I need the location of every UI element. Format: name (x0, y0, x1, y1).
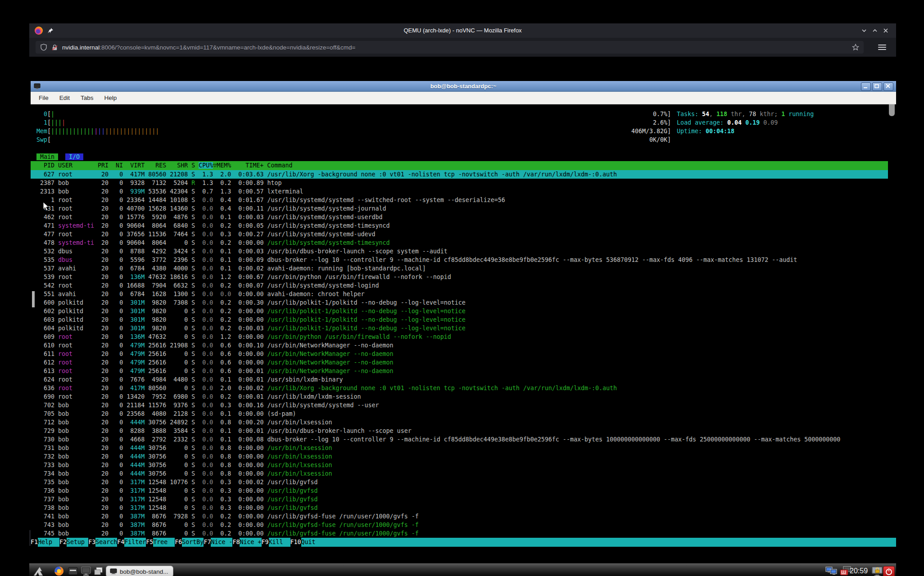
fkey-f8[interactable]: F8 (232, 538, 240, 547)
fkey-label[interactable]: Nice + (240, 538, 261, 547)
process-row[interactable]: 712 bob 20 0 444M 30756 24892 S 0.0 0.8 … (31, 418, 888, 427)
minimize-icon[interactable] (861, 27, 867, 34)
process-row[interactable]: 733 bob 20 0 444M 30756 0 S 0.0 0.8 0:00… (31, 461, 888, 469)
terminal-maximize-button[interactable] (872, 82, 882, 91)
fkey-label[interactable]: Search (95, 538, 117, 547)
fkey-label[interactable]: SortBy (182, 538, 204, 547)
process-row[interactable]: 537 avahi 20 0 6784 4380 4000 S 0.0 0.1 … (31, 264, 888, 273)
fkey-f2[interactable]: F2 (59, 538, 67, 547)
virt: 6784 (123, 265, 145, 272)
terminal-minimize-button[interactable] (861, 82, 871, 91)
process-row[interactable]: 462 root 20 0 15776 5920 4876 S 0.0 0.1 … (31, 213, 888, 221)
terminal-content[interactable]: 0[|0.7%] 1[||||2.6%]Mem[||||||||||||||||… (31, 104, 896, 547)
fkey-label[interactable]: Nice - (211, 538, 232, 547)
process-row[interactable]: 732 bob 20 0 444M 30756 0 S 0.0 0.8 0:00… (31, 452, 888, 461)
process-row[interactable]: 478 systemd-ti 20 0 90604 8064 0 S 0.0 0… (31, 238, 888, 247)
fkey-f4[interactable]: F4 (117, 538, 124, 547)
bookmark-star-icon[interactable] (852, 44, 859, 51)
start-menu-icon[interactable] (33, 566, 46, 576)
fkey-f6[interactable]: F6 (175, 538, 182, 547)
url-bar[interactable]: nvidia.internal:8006/?console=kvm&novnc=… (36, 41, 864, 54)
fkey-f1[interactable]: F1 (31, 538, 38, 547)
process-row[interactable]: 1 root 20 0 23364 14484 10108 S 0.0 0.4 … (31, 196, 888, 204)
process-row[interactable]: 636 root 20 0 417M 80560 0 S 0.0 2.0 0:0… (31, 384, 888, 392)
file-manager-icon[interactable] (68, 566, 78, 576)
process-row[interactable]: 542 root 20 0 16688 7904 6632 S 0.0 0.2 … (31, 281, 888, 290)
process-row[interactable]: 535 dbus 20 0 5596 3772 2396 S 0.0 0.1 0… (31, 256, 888, 264)
taskbar-window-button[interactable]: bob@bob-stand... (106, 566, 173, 576)
fkey-label[interactable]: Quit (301, 538, 323, 547)
process-row[interactable]: 737 bob 20 0 317M 12548 0 S 0.0 0.3 0:00… (31, 495, 888, 504)
fkey-f7[interactable]: F7 (204, 538, 211, 547)
process-row[interactable]: 624 root 20 0 7676 4984 4480 S 0.0 0.1 0… (31, 375, 888, 384)
process-row[interactable]: 743 bob 20 0 387M 8676 0 S 0.0 0.2 0:00.… (31, 521, 888, 529)
process-row[interactable]: 735 bob 20 0 317M 12548 10776 S 0.0 0.3 … (31, 478, 888, 486)
firefox-launcher-icon[interactable] (54, 566, 64, 576)
fkey-label[interactable]: Setup (67, 538, 88, 547)
process-row[interactable]: 627 root 20 0 417M 80560 21208 S 1.3 2.0… (31, 170, 888, 179)
process-row[interactable]: 604 polkitd 20 0 301M 9820 0 S 0.0 0.2 0… (31, 324, 888, 333)
process-row[interactable]: 609 root 20 0 136M 47632 0 S 0.0 1.2 0:0… (31, 333, 888, 341)
process-row[interactable]: 539 root 20 0 136M 47632 18616 S 0.0 1.2… (31, 273, 888, 281)
maximize-icon[interactable] (872, 27, 878, 34)
fkey-label[interactable]: Filter (124, 538, 146, 547)
menu-hamburger-icon[interactable] (878, 43, 886, 50)
scrollbar-thumb[interactable] (889, 104, 895, 116)
lock-insecure-icon[interactable] (51, 44, 58, 51)
meter-bracket: [ (47, 136, 51, 143)
process-row[interactable]: 731 bob 20 0 444M 30756 0 S 0.0 0.8 0:00… (31, 444, 888, 452)
menu-edit[interactable]: Edit (54, 94, 75, 101)
process-row[interactable]: 603 polkitd 20 0 301M 9820 0 S 0.0 0.2 0… (31, 315, 888, 324)
menu-tabs[interactable]: Tabs (75, 94, 99, 101)
fkey-f10[interactable]: F10 (290, 538, 301, 547)
process-row[interactable]: 613 root 20 0 479M 25616 0 S 0.0 0.6 0:0… (31, 367, 888, 375)
fkey-label[interactable]: Tree (153, 538, 175, 547)
htop-table-header[interactable]: PID USER PRI NI VIRT RES SHR S CPU%▽MEM%… (31, 161, 888, 170)
process-row[interactable]: 705 bob 20 0 23568 4080 2128 S 0.0 0.1 0… (31, 410, 888, 418)
fkey-f5[interactable]: F5 (146, 538, 153, 547)
process-row[interactable]: 702 bob 20 0 21184 11576 9376 S 0.0 0.3 … (31, 401, 888, 410)
fkey-f9[interactable]: F9 (262, 538, 269, 547)
shield-icon[interactable] (40, 44, 47, 51)
process-row[interactable]: 2313 bob 20 0 939M 53536 42304 S 0.7 1.3… (31, 187, 888, 196)
process-row[interactable]: 2387 bob 20 0 9328 7132 5204 R 1.3 0.2 0… (31, 179, 888, 187)
fkey-label[interactable]: Help (38, 538, 59, 547)
process-row[interactable]: 600 polkitd 20 0 301M 9820 7308 S 0.0 0.… (31, 298, 888, 307)
terminal-close-button[interactable] (883, 82, 893, 91)
process-row[interactable]: 729 bob 20 0 8288 3888 3584 S 0.0 0.1 0:… (31, 427, 888, 435)
logout-power-button[interactable] (883, 566, 895, 576)
fkey-f3[interactable]: F3 (88, 538, 95, 547)
process-row[interactable]: 611 root 20 0 479M 25616 0 S 0.0 0.6 0:0… (31, 350, 888, 358)
process-row[interactable]: 471 systemd-ti 20 0 90604 8064 6840 S 0.… (31, 221, 888, 230)
process-row[interactable]: 741 bob 20 0 387M 8676 7928 S 0.0 0.2 0:… (31, 512, 888, 521)
process-row[interactable]: 738 bob 20 0 317M 12548 0 S 0.0 0.3 0:00… (31, 504, 888, 512)
tab-io[interactable]: I/O (65, 153, 83, 160)
tab-main[interactable]: Main (36, 153, 58, 160)
menu-help[interactable]: Help (99, 94, 122, 101)
process-row[interactable]: 551 avahi 20 0 6784 1628 1300 S 0.0 0.0 … (31, 290, 888, 298)
close-icon[interactable] (883, 27, 889, 34)
process-row[interactable]: 745 bob 20 0 387M 8676 0 S 0.0 0.2 0:00.… (31, 529, 888, 538)
process-row[interactable]: 736 bob 20 0 317M 12548 0 S 0.0 0.3 0:00… (31, 486, 888, 495)
process-row[interactable]: 602 polkitd 20 0 301M 9820 0 S 0.0 0.2 0… (31, 307, 888, 315)
fkey-label[interactable]: Kill (269, 538, 290, 547)
process-row[interactable]: 730 bob 20 0 4668 2792 2332 S 0.0 0.1 0:… (31, 435, 888, 444)
process-row[interactable]: 734 bob 20 0 444M 30756 0 S 0.0 0.8 0:00… (31, 469, 888, 478)
process-row[interactable]: 431 root 20 0 40700 15628 14360 S 0.0 0.… (31, 204, 888, 213)
network-icon[interactable] (825, 566, 838, 576)
taskbar-clock[interactable]: 20:59 (850, 567, 868, 575)
header-sort-cpu[interactable]: CPU% (199, 162, 213, 169)
process-row[interactable]: 532 dbus 20 0 8788 4292 3424 S 0.0 0.1 0… (31, 247, 888, 256)
process-row[interactable]: 477 root 20 0 37656 11536 7464 S 0.0 0.3… (31, 230, 888, 238)
process-row[interactable]: 610 root 20 0 479M 25616 21908 S 0.0 0.6… (31, 341, 888, 350)
lock-screen-icon[interactable] (871, 566, 883, 576)
display-icon[interactable] (81, 566, 91, 576)
terminal-titlebar[interactable]: bob@bob-standardpc:~ (31, 81, 896, 92)
process-row[interactable]: 690 root 20 0 13420 7952 6980 S 0.0 0.2 … (31, 392, 888, 401)
pager-windows-icon[interactable] (93, 566, 104, 576)
process-row[interactable]: 612 root 20 0 479M 25616 0 S 0.0 0.6 0:0… (31, 358, 888, 367)
url-text[interactable]: nvidia.internal:8006/?console=kvm&novnc=… (62, 44, 355, 51)
meter-bracket: [ (47, 128, 51, 135)
firefox-titlebar[interactable]: QEMU (arch-lxde) - noVNC — Mozilla Firef… (29, 23, 896, 38)
menu-file[interactable]: File (33, 94, 54, 101)
